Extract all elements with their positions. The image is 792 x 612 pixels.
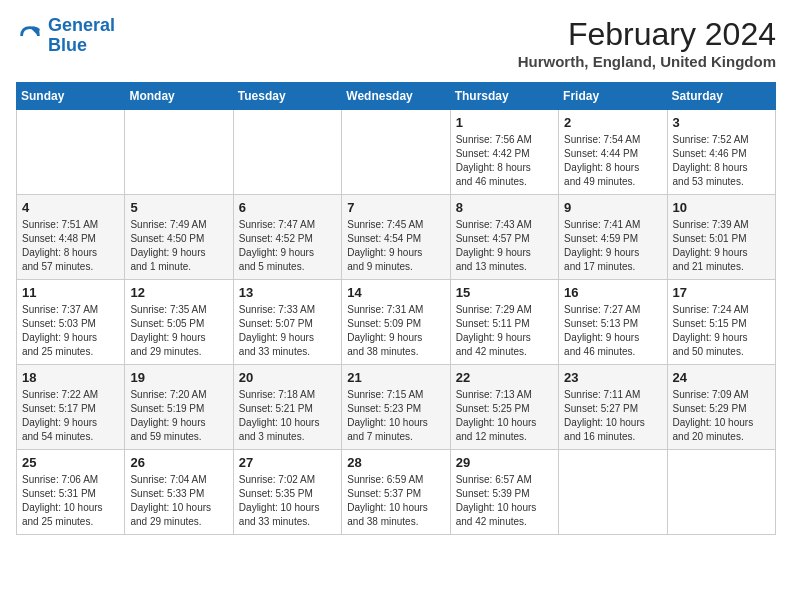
calendar-table: SundayMondayTuesdayWednesdayThursdayFrid… [16,82,776,535]
day-info: Sunrise: 7:06 AM Sunset: 5:31 PM Dayligh… [22,473,119,529]
calendar-cell: 16Sunrise: 7:27 AM Sunset: 5:13 PM Dayli… [559,280,667,365]
calendar-cell [233,110,341,195]
day-number: 16 [564,285,661,300]
day-number: 15 [456,285,553,300]
calendar-cell: 13Sunrise: 7:33 AM Sunset: 5:07 PM Dayli… [233,280,341,365]
day-info: Sunrise: 7:52 AM Sunset: 4:46 PM Dayligh… [673,133,770,189]
day-number: 26 [130,455,227,470]
header-cell-friday: Friday [559,83,667,110]
day-info: Sunrise: 6:59 AM Sunset: 5:37 PM Dayligh… [347,473,444,529]
header-cell-tuesday: Tuesday [233,83,341,110]
calendar-cell: 29Sunrise: 6:57 AM Sunset: 5:39 PM Dayli… [450,450,558,535]
calendar-cell: 20Sunrise: 7:18 AM Sunset: 5:21 PM Dayli… [233,365,341,450]
calendar-cell: 2Sunrise: 7:54 AM Sunset: 4:44 PM Daylig… [559,110,667,195]
day-number: 13 [239,285,336,300]
day-info: Sunrise: 7:24 AM Sunset: 5:15 PM Dayligh… [673,303,770,359]
calendar-cell: 3Sunrise: 7:52 AM Sunset: 4:46 PM Daylig… [667,110,775,195]
calendar-cell: 4Sunrise: 7:51 AM Sunset: 4:48 PM Daylig… [17,195,125,280]
calendar-week-row: 4Sunrise: 7:51 AM Sunset: 4:48 PM Daylig… [17,195,776,280]
calendar-cell: 26Sunrise: 7:04 AM Sunset: 5:33 PM Dayli… [125,450,233,535]
logo-icon [16,22,44,50]
logo-line2: Blue [48,35,87,55]
day-info: Sunrise: 6:57 AM Sunset: 5:39 PM Dayligh… [456,473,553,529]
calendar-cell: 11Sunrise: 7:37 AM Sunset: 5:03 PM Dayli… [17,280,125,365]
calendar-cell [667,450,775,535]
day-number: 7 [347,200,444,215]
day-info: Sunrise: 7:47 AM Sunset: 4:52 PM Dayligh… [239,218,336,274]
header-cell-saturday: Saturday [667,83,775,110]
day-number: 14 [347,285,444,300]
header-cell-thursday: Thursday [450,83,558,110]
logo-line1: General [48,15,115,35]
calendar-body: 1Sunrise: 7:56 AM Sunset: 4:42 PM Daylig… [17,110,776,535]
calendar-cell: 23Sunrise: 7:11 AM Sunset: 5:27 PM Dayli… [559,365,667,450]
day-number: 17 [673,285,770,300]
calendar-week-row: 18Sunrise: 7:22 AM Sunset: 5:17 PM Dayli… [17,365,776,450]
day-info: Sunrise: 7:04 AM Sunset: 5:33 PM Dayligh… [130,473,227,529]
day-number: 28 [347,455,444,470]
calendar-cell: 17Sunrise: 7:24 AM Sunset: 5:15 PM Dayli… [667,280,775,365]
calendar-cell [125,110,233,195]
day-number: 10 [673,200,770,215]
calendar-cell: 27Sunrise: 7:02 AM Sunset: 5:35 PM Dayli… [233,450,341,535]
day-number: 20 [239,370,336,385]
logo-text: General Blue [48,16,115,56]
day-info: Sunrise: 7:29 AM Sunset: 5:11 PM Dayligh… [456,303,553,359]
day-number: 29 [456,455,553,470]
day-number: 5 [130,200,227,215]
calendar-cell: 5Sunrise: 7:49 AM Sunset: 4:50 PM Daylig… [125,195,233,280]
calendar-cell: 9Sunrise: 7:41 AM Sunset: 4:59 PM Daylig… [559,195,667,280]
calendar-cell: 1Sunrise: 7:56 AM Sunset: 4:42 PM Daylig… [450,110,558,195]
day-info: Sunrise: 7:18 AM Sunset: 5:21 PM Dayligh… [239,388,336,444]
main-title: February 2024 [518,16,776,53]
day-number: 8 [456,200,553,215]
calendar-cell: 24Sunrise: 7:09 AM Sunset: 5:29 PM Dayli… [667,365,775,450]
day-number: 2 [564,115,661,130]
calendar-cell [342,110,450,195]
day-info: Sunrise: 7:11 AM Sunset: 5:27 PM Dayligh… [564,388,661,444]
calendar-cell: 18Sunrise: 7:22 AM Sunset: 5:17 PM Dayli… [17,365,125,450]
calendar-cell: 7Sunrise: 7:45 AM Sunset: 4:54 PM Daylig… [342,195,450,280]
day-info: Sunrise: 7:22 AM Sunset: 5:17 PM Dayligh… [22,388,119,444]
day-number: 21 [347,370,444,385]
calendar-cell: 10Sunrise: 7:39 AM Sunset: 5:01 PM Dayli… [667,195,775,280]
calendar-cell: 22Sunrise: 7:13 AM Sunset: 5:25 PM Dayli… [450,365,558,450]
day-number: 24 [673,370,770,385]
day-info: Sunrise: 7:27 AM Sunset: 5:13 PM Dayligh… [564,303,661,359]
header-cell-sunday: Sunday [17,83,125,110]
day-info: Sunrise: 7:39 AM Sunset: 5:01 PM Dayligh… [673,218,770,274]
day-number: 11 [22,285,119,300]
calendar-cell: 21Sunrise: 7:15 AM Sunset: 5:23 PM Dayli… [342,365,450,450]
calendar-cell: 15Sunrise: 7:29 AM Sunset: 5:11 PM Dayli… [450,280,558,365]
day-info: Sunrise: 7:37 AM Sunset: 5:03 PM Dayligh… [22,303,119,359]
day-info: Sunrise: 7:51 AM Sunset: 4:48 PM Dayligh… [22,218,119,274]
day-number: 3 [673,115,770,130]
day-info: Sunrise: 7:02 AM Sunset: 5:35 PM Dayligh… [239,473,336,529]
calendar-cell: 8Sunrise: 7:43 AM Sunset: 4:57 PM Daylig… [450,195,558,280]
day-info: Sunrise: 7:09 AM Sunset: 5:29 PM Dayligh… [673,388,770,444]
day-number: 27 [239,455,336,470]
calendar-cell [17,110,125,195]
day-info: Sunrise: 7:13 AM Sunset: 5:25 PM Dayligh… [456,388,553,444]
day-number: 23 [564,370,661,385]
day-info: Sunrise: 7:49 AM Sunset: 4:50 PM Dayligh… [130,218,227,274]
calendar-cell: 6Sunrise: 7:47 AM Sunset: 4:52 PM Daylig… [233,195,341,280]
calendar-cell: 25Sunrise: 7:06 AM Sunset: 5:31 PM Dayli… [17,450,125,535]
calendar-cell: 12Sunrise: 7:35 AM Sunset: 5:05 PM Dayli… [125,280,233,365]
day-number: 22 [456,370,553,385]
page-header: General Blue February 2024 Hurworth, Eng… [16,16,776,70]
day-info: Sunrise: 7:45 AM Sunset: 4:54 PM Dayligh… [347,218,444,274]
day-info: Sunrise: 7:43 AM Sunset: 4:57 PM Dayligh… [456,218,553,274]
calendar-week-row: 1Sunrise: 7:56 AM Sunset: 4:42 PM Daylig… [17,110,776,195]
day-number: 18 [22,370,119,385]
day-info: Sunrise: 7:35 AM Sunset: 5:05 PM Dayligh… [130,303,227,359]
day-number: 12 [130,285,227,300]
day-number: 9 [564,200,661,215]
day-info: Sunrise: 7:56 AM Sunset: 4:42 PM Dayligh… [456,133,553,189]
header-cell-monday: Monday [125,83,233,110]
day-info: Sunrise: 7:20 AM Sunset: 5:19 PM Dayligh… [130,388,227,444]
title-block: February 2024 Hurworth, England, United … [518,16,776,70]
day-number: 4 [22,200,119,215]
calendar-header-row: SundayMondayTuesdayWednesdayThursdayFrid… [17,83,776,110]
calendar-cell: 19Sunrise: 7:20 AM Sunset: 5:19 PM Dayli… [125,365,233,450]
